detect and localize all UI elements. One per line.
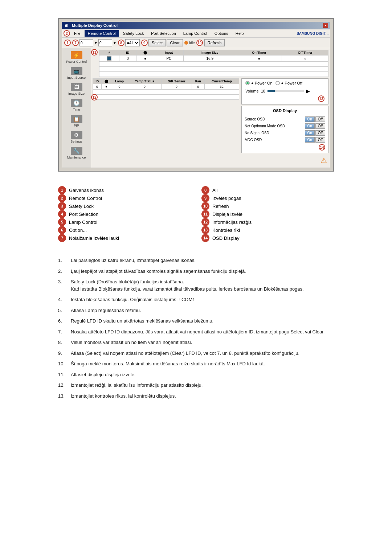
osd-mdc-toggle: On Off — [305, 137, 326, 143]
power-on-radio[interactable] — [245, 81, 250, 85]
desc-num-10: 10. — [58, 360, 67, 368]
row-checkbox[interactable] — [107, 56, 111, 61]
power-off-btn[interactable]: ● Power Off — [275, 81, 302, 85]
legend-label-3: Safety Lock — [69, 204, 94, 209]
clear-button[interactable]: Clear — [167, 39, 183, 46]
osd-mdc-row: MDC OSD On Off — [245, 137, 325, 143]
menu-port-selection[interactable]: Port Selection — [148, 30, 179, 37]
menu-safety-lock[interactable]: Safety Lock — [120, 30, 147, 37]
desc-num-2: 2. — [58, 268, 67, 275]
legend-item-14: 14 OSD Display — [201, 234, 334, 242]
osd-notopt-label: Not Optimum Mode OSD — [245, 124, 285, 128]
osd-title: OSD Display — [245, 108, 325, 114]
info-row-empty — [93, 90, 239, 95]
select-button[interactable]: Select — [148, 39, 166, 46]
info-row-status: ● — [102, 84, 111, 90]
legend-num-7: 7 — [58, 234, 66, 242]
desc-text-7: Nosaka attēloto LFD ID diapazonu. Jūs va… — [71, 328, 324, 336]
menu-file[interactable]: File — [71, 30, 84, 37]
sidebar-item-time[interactable]: 🕐 Time — [62, 98, 91, 113]
col-check: ✓ — [99, 50, 119, 56]
info-col-status: ⬤ — [102, 79, 111, 84]
desc-6: 6. Regulē LFD ID skaitu un atkārtotas me… — [58, 317, 334, 325]
osd-notopt-on[interactable]: On — [305, 123, 315, 129]
legend-item-3: 3 Safety Lock — [58, 202, 191, 210]
brand-label: SAMSUNG DIGIT... — [297, 32, 328, 36]
legend-right-col: 8 All 9 Izvēles pogas 10 Refresh 11 Disp… — [201, 186, 334, 242]
osd-panel: OSD Display Source OSD On Off Not Optimu… — [241, 106, 328, 153]
desc-text-10: Šī poga meklē monitorus. Maksimālais mek… — [71, 360, 265, 368]
num-badge-1: 1 — [64, 40, 71, 46]
info-col-id: ID — [93, 79, 102, 84]
legend-num-10: 10 — [201, 202, 209, 210]
sidebar-item-input-source[interactable]: 📺 Input Source — [62, 66, 91, 81]
all-select[interactable]: ■All All — [125, 39, 140, 46]
osd-mdc-on[interactable]: On — [305, 137, 315, 143]
sidebar-label-pip: PIP — [74, 124, 79, 127]
desc-num-6: 6. — [58, 317, 67, 325]
sidebar-item-maintenance[interactable]: 🔧 Maintenance — [62, 145, 91, 161]
col-on-timer: On Timer — [236, 50, 282, 56]
desc-5: 5. Atlasa Lamp regulēšanas režīmu. — [58, 307, 334, 314]
num-badge-13-container: 13 — [245, 95, 324, 102]
desc-7: 7. Nosaka attēloto LFD ID diapazonu. Jūs… — [58, 328, 334, 336]
osd-source-off[interactable]: Off — [315, 116, 325, 122]
id-end-input[interactable] — [98, 39, 112, 46]
power-on-btn[interactable]: ● Power On — [245, 81, 273, 85]
num-badge-9: 9 — [141, 40, 148, 46]
right-panel: 11 ✓ ID ⬤ Input Image Size On Timer Off … — [91, 48, 330, 168]
osd-nosignal-on[interactable]: On — [305, 130, 315, 136]
menu-remote-control[interactable]: Remote Control — [85, 30, 119, 37]
osd-source-on[interactable]: On — [305, 116, 315, 122]
desc-text-5: Atlasa Lamp regulēšanas režīmu. — [71, 307, 141, 314]
legend-num-3: 3 — [58, 202, 66, 210]
osd-nosignal-row: No Signal OSD On Off — [245, 130, 325, 136]
desc-text-11: Atlasiet displeju displeja izvēlē. — [71, 371, 135, 378]
sidebar-item-power-control[interactable]: ⚡ Power Control — [62, 50, 91, 65]
sidebar-item-image-size[interactable]: 🖼 Image Size — [62, 82, 91, 97]
info-row-empty2 — [93, 95, 239, 100]
info-row-id: 0 — [93, 84, 102, 90]
legend-label-2: Remote Control — [69, 196, 102, 201]
num-badge-7: 7 — [72, 40, 79, 46]
osd-nosignal-off[interactable]: Off — [315, 130, 325, 136]
volume-right-icon[interactable]: ▶ — [306, 88, 310, 94]
osd-mdc-off[interactable]: Off — [315, 137, 325, 143]
desc-num-11: 11. — [58, 371, 67, 378]
menu-help[interactable]: Help — [232, 30, 247, 37]
osd-source-row: Source OSD On Off — [245, 116, 325, 122]
id-start-input[interactable] — [79, 39, 93, 46]
window-title-text: Multiple Display Control — [72, 23, 118, 28]
warning-icon: ⚠ — [320, 156, 327, 165]
sidebar-label-time: Time — [73, 108, 80, 111]
status-dot-icon — [184, 41, 188, 45]
info-col-br: B/R Sensor — [161, 79, 192, 84]
sidebar-item-pip[interactable]: 📋 PIP — [62, 114, 91, 129]
volume-value: 10 — [261, 89, 265, 93]
desc-9: 9. Atlasa (Select) vai noņem atlasi no a… — [58, 350, 334, 357]
mdc-window: 2 File Remote Control Safety Lock Port S… — [62, 29, 330, 168]
legend-num-12: 12 — [201, 218, 209, 226]
menu-options[interactable]: Options — [211, 30, 232, 37]
power-off-radio[interactable] — [275, 81, 280, 85]
osd-notopt-row: Not Optimum Mode OSD On Off — [245, 123, 325, 129]
sidebar-item-settings[interactable]: ⚙ Settings — [62, 130, 91, 145]
desc-num-12: 12. — [58, 382, 67, 389]
info-table-row[interactable]: 0 ● 0 0 0 0 32 — [93, 84, 239, 90]
volume-slider[interactable] — [268, 90, 304, 92]
osd-notopt-off[interactable]: Off — [315, 123, 325, 129]
osd-notopt-toggle: On Off — [305, 123, 326, 129]
legend-item-4: 4 Port Selection — [58, 210, 191, 218]
volume-row: Volume 10 ▶ — [245, 88, 324, 94]
table-row[interactable]: 0 ● PC 16:9 ● ○ — [99, 56, 328, 62]
refresh-button[interactable]: Refresh — [204, 39, 225, 46]
power-icon: ⚡ — [71, 51, 82, 59]
legend-num-9: 9 — [201, 194, 209, 202]
input-icon: 📺 — [71, 67, 82, 75]
sidebar: ⚡ Power Control 📺 Input Source 🖼 Image S… — [62, 48, 91, 168]
close-button[interactable]: × — [323, 23, 328, 28]
menu-lamp-control[interactable]: Lamp Control — [180, 30, 211, 37]
power-on-label: ● Power On — [251, 81, 273, 85]
section-divider — [58, 253, 334, 253]
legend-item-12: 12 Informācijas režģis — [201, 218, 334, 226]
